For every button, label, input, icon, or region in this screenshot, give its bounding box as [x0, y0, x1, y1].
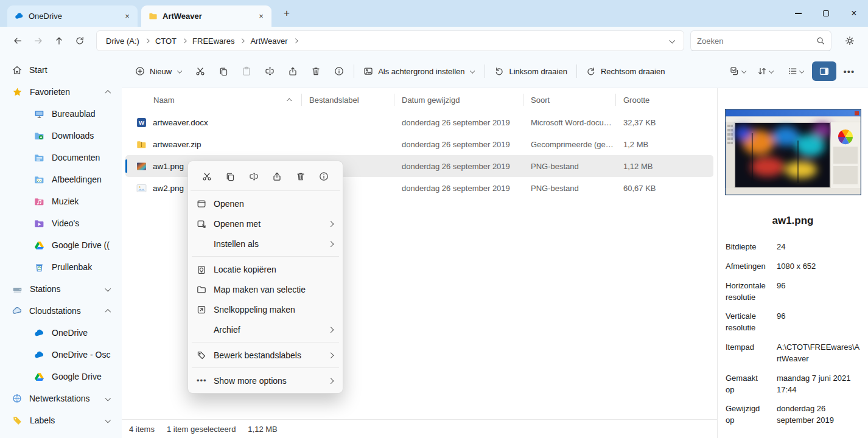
rotate-left-button[interactable]: Linksom draaien	[488, 60, 573, 82]
close-button[interactable]: ×	[840, 0, 868, 27]
breadcrumb-freewares[interactable]: FREEwares	[188, 34, 239, 48]
trash-icon	[311, 66, 321, 76]
command-bar: Nieuw	[122, 55, 868, 88]
menu-item-bewerk-bestandslabels[interactable]: Bewerk bestandslabels	[191, 345, 340, 365]
sidebar-item-afbeeldingen[interactable]: Afbeeldingen	[2, 169, 119, 190]
copy-button[interactable]	[222, 169, 238, 184]
sidebar-item-cloudstations[interactable]: Cloudstations	[2, 300, 119, 322]
tab-onedrive[interactable]: OneDrive ×	[7, 5, 138, 27]
menu-item-openen[interactable]: Openen	[191, 193, 340, 214]
sidebar-item-documenten[interactable]: Documenten	[2, 147, 119, 169]
breadcrumb-drive[interactable]: Drive (A:)	[102, 34, 144, 48]
menu-divider	[192, 367, 339, 368]
collapse-icon[interactable]	[105, 308, 111, 314]
tab-artweaver[interactable]: ArtWeaver ×	[141, 5, 271, 27]
table-row-docx[interactable]: W artweaver.docx donderdag 26 september …	[125, 111, 713, 133]
sidebar-item-start[interactable]: Start	[2, 59, 119, 81]
cut-button[interactable]	[199, 169, 215, 184]
up-button[interactable]	[49, 30, 69, 51]
new-tab-button[interactable]: +	[278, 4, 296, 23]
sidebar-item-onedrive[interactable]: OneDrive	[2, 322, 119, 344]
rotate-left-icon	[494, 66, 504, 76]
menu-item-instellen-als[interactable]: Instellen als	[191, 234, 340, 254]
expand-icon[interactable]	[105, 417, 111, 423]
menu-divider	[192, 256, 339, 257]
copy-button[interactable]	[212, 60, 235, 82]
properties-button[interactable]	[327, 60, 351, 82]
column-header-soort[interactable]: Soort	[523, 92, 616, 107]
menu-item-openen-met[interactable]: Openen met	[191, 214, 340, 234]
column-header-bestandslabel[interactable]: Bestandslabel	[302, 92, 394, 107]
expand-icon[interactable]	[105, 395, 111, 401]
table-row-zip[interactable]: artweaver.zip donderdag 26 september 201…	[125, 133, 713, 155]
sidebar-item-label: Video's	[52, 218, 114, 228]
menu-item-map-maken[interactable]: Map maken van selectie	[191, 279, 340, 299]
sidebar-item-google-drive-fav[interactable]: Google Drive ((	[2, 234, 119, 256]
property-value: maandag 7 juni 2021 17:44	[777, 373, 861, 396]
file-modified: donderdag 26 september 2019	[394, 162, 523, 171]
address-dropdown-icon[interactable]	[669, 38, 675, 44]
menu-item-snelkoppeling[interactable]: Snelkoppeling maken	[191, 299, 340, 319]
share-button[interactable]	[281, 60, 304, 82]
expand-icon[interactable]	[105, 286, 111, 292]
info-icon	[319, 172, 329, 181]
address-bar[interactable]: Drive (A:) CTOT FREEwares ArtWeaver	[96, 30, 684, 51]
menu-item-archief[interactable]: Archief	[191, 319, 340, 339]
menu-item-show-more-options[interactable]: ••• Show more options	[191, 370, 340, 391]
info-icon	[334, 66, 344, 76]
sidebar-item-favorieten[interactable]: Favorieten	[2, 81, 119, 103]
collapse-icon[interactable]	[105, 89, 111, 95]
more-options-button[interactable]: •••	[838, 60, 861, 82]
chevron-down-icon	[799, 69, 804, 74]
sidebar-item-label: OneDrive - Osc	[52, 350, 114, 360]
view-icon	[788, 66, 797, 76]
sidebar-item-bureaublad[interactable]: Bureaublad	[2, 103, 119, 125]
paste-button[interactable]	[235, 60, 258, 82]
property-label: Gemaakt op	[726, 373, 766, 396]
sidebar-item-prullenbak[interactable]: Prullenbak	[2, 256, 119, 278]
refresh-button[interactable]	[69, 30, 90, 51]
breadcrumb-artweaver[interactable]: ArtWeaver	[246, 34, 292, 48]
properties-button[interactable]	[316, 169, 332, 184]
sidebar-item-downloads[interactable]: Downloads	[2, 125, 119, 147]
new-button-label: Nieuw	[150, 67, 172, 76]
tab-close-icon[interactable]: ×	[256, 11, 267, 22]
breadcrumb-ctot[interactable]: CTOT	[151, 34, 181, 48]
set-background-button[interactable]: Als achtergrond instellen	[357, 60, 481, 82]
details-pane-toggle[interactable]	[812, 61, 836, 81]
folder-icon	[149, 12, 158, 21]
back-button[interactable]	[7, 30, 28, 51]
column-header-datum[interactable]: Datum gewijzigd	[394, 92, 523, 107]
details-pane: aw1.png Bitdiepte 24 Afmetingen 1080 x 6…	[717, 88, 868, 438]
forward-button[interactable]	[28, 30, 49, 51]
settings-button[interactable]	[839, 30, 861, 51]
tab-close-icon[interactable]: ×	[122, 11, 133, 22]
rotate-right-button[interactable]: Rechtsom draaien	[580, 60, 671, 82]
cut-button[interactable]	[189, 60, 212, 82]
sidebar-item-netwerkstations[interactable]: Netwerkstations	[2, 388, 119, 409]
minimize-button[interactable]	[784, 0, 812, 27]
refresh-icon	[75, 36, 85, 46]
sidebar-item-stations[interactable]: Stations	[2, 278, 119, 300]
share-button[interactable]	[269, 169, 285, 184]
select-button[interactable]	[727, 60, 750, 82]
view-button[interactable]	[782, 60, 811, 82]
menu-item-locatie-kopieren[interactable]: Locatie kopiëren	[191, 259, 340, 279]
sidebar-item-muziek[interactable]: Muziek	[2, 190, 119, 212]
sidebar-item-google-drive[interactable]: Google Drive	[2, 366, 119, 388]
rename-button[interactable]	[258, 60, 281, 82]
delete-button[interactable]	[304, 60, 327, 82]
sort-button[interactable]	[751, 60, 780, 82]
file-modified: donderdag 26 september 2019	[394, 140, 523, 149]
delete-button[interactable]	[293, 169, 309, 184]
sidebar-item-labels[interactable]: Labels	[2, 409, 119, 431]
new-button[interactable]: Nieuw	[129, 60, 189, 82]
divider	[576, 64, 577, 78]
search-input[interactable]	[697, 36, 816, 46]
rename-button[interactable]	[246, 169, 262, 184]
column-header-grootte[interactable]: Grootte	[616, 92, 713, 107]
column-header-naam[interactable]: Naam	[125, 92, 302, 107]
sidebar-item-onedrive-osc[interactable]: OneDrive - Osc	[2, 344, 119, 366]
maximize-button[interactable]	[812, 0, 840, 27]
sidebar-item-videos[interactable]: Video's	[2, 212, 119, 234]
